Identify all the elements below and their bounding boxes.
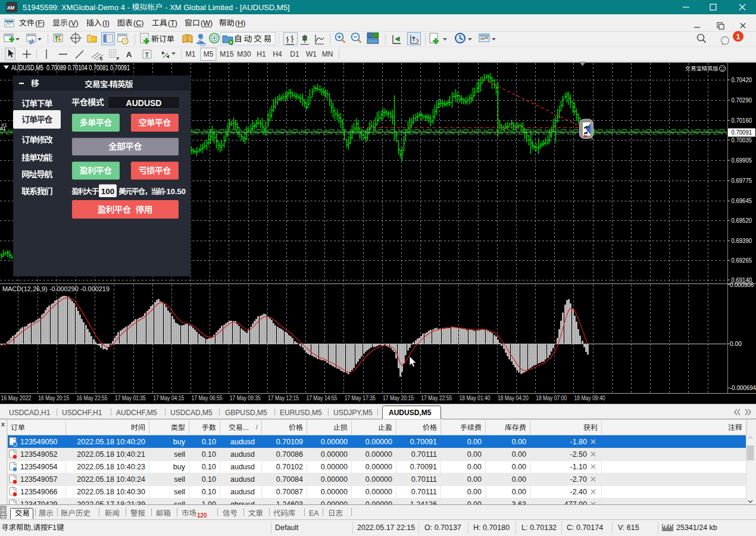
svg-text:0.69265: 0.69265 <box>732 257 752 264</box>
svg-text:2022.05.18 10:40:24: 2022.05.18 10:40:24 <box>77 475 145 484</box>
svg-text:0.00: 0.00 <box>512 488 526 496</box>
svg-text:-0.000694: -0.000694 <box>730 384 756 391</box>
svg-text:audusd: audusd <box>230 475 255 484</box>
svg-text:audusd: audusd <box>230 450 255 459</box>
svg-text:0.70111: 0.70111 <box>411 475 437 484</box>
svg-text:16 May 20:15: 16 May 20:15 <box>38 394 69 401</box>
svg-text:18 May 09:40: 18 May 09:40 <box>574 394 605 401</box>
svg-text:0.000906: 0.000906 <box>730 281 754 288</box>
svg-text:17 May 12:15: 17 May 12:15 <box>268 394 299 401</box>
svg-text:MACD(12,26,9) -0.000290 -0.000: MACD(12,26,9) -0.000290 -0.000219 <box>2 285 110 292</box>
svg-text:123549054: 123549054 <box>20 463 58 471</box>
svg-text:0.00000: 0.00000 <box>321 450 348 459</box>
svg-text:M30: M30 <box>237 50 251 58</box>
svg-text:(I): (I) <box>102 19 110 27</box>
svg-text:0.00000: 0.00000 <box>365 475 392 484</box>
svg-text:2022.05.18 10:40:20: 2022.05.18 10:40:20 <box>77 438 145 446</box>
svg-text:M1: M1 <box>186 50 196 58</box>
svg-text:0.00: 0.00 <box>512 450 526 459</box>
svg-text:MN: MN <box>322 50 333 58</box>
svg-text:2022.05.18 10:40:30: 2022.05.18 10:40:30 <box>77 488 145 496</box>
svg-text:0.70084: 0.70084 <box>276 475 303 484</box>
svg-text:123549057: 123549057 <box>20 475 58 484</box>
svg-text:...: ... <box>243 423 249 432</box>
svg-text:0.70109: 0.70109 <box>276 438 303 446</box>
svg-text:18 May 01:40: 18 May 01:40 <box>460 394 491 401</box>
svg-text:0.70087: 0.70087 <box>276 488 303 496</box>
svg-text:0.00000: 0.00000 <box>365 438 392 446</box>
svg-text:EA: EA <box>309 509 319 518</box>
svg-text:0.00: 0.00 <box>467 438 482 446</box>
svg-text:0.70091: 0.70091 <box>732 129 752 136</box>
svg-text:0.00: 0.00 <box>512 463 526 471</box>
svg-text:2022.05.18 10:40:21: 2022.05.18 10:40:21 <box>77 450 145 459</box>
svg-text:EURUSD,M5: EURUSD,M5 <box>280 409 322 417</box>
svg-text:audusd: audusd <box>230 463 255 471</box>
svg-text:18 May 07:00: 18 May 07:00 <box>536 394 567 401</box>
svg-text:0.10: 0.10 <box>202 463 216 471</box>
svg-text:audusd: audusd <box>230 488 255 496</box>
svg-text:AUDCHF,M5: AUDCHF,M5 <box>116 409 157 417</box>
svg-text:sell: sell <box>174 450 185 459</box>
svg-text:0.00: 0.00 <box>730 340 742 347</box>
svg-text:#1: #1 <box>1 122 7 128</box>
svg-text:x: x <box>1 420 5 428</box>
svg-text:(V): (V) <box>68 19 79 27</box>
svg-text:A: A <box>126 50 132 59</box>
svg-text:0.00000: 0.00000 <box>365 463 392 471</box>
svg-text:audusd: audusd <box>230 438 255 446</box>
svg-text:0.00000: 0.00000 <box>365 488 392 496</box>
svg-text:D1: D1 <box>290 50 299 58</box>
svg-text:sell: sell <box>174 488 185 496</box>
svg-text:0.70160: 0.70160 <box>732 117 752 124</box>
svg-text:0.00: 0.00 <box>467 488 482 496</box>
svg-text:17 May 04:15: 17 May 04:15 <box>153 394 184 401</box>
svg-text:0.70091: 0.70091 <box>410 463 437 471</box>
svg-text:0.70086: 0.70086 <box>276 450 303 459</box>
svg-text:H: 0.70180: H: 0.70180 <box>473 523 510 532</box>
svg-text:(F): (F) <box>35 19 45 27</box>
svg-text:0.00: 0.00 <box>467 475 482 484</box>
svg-text:0.10: 0.10 <box>202 438 216 446</box>
svg-text:2022.05.18 10:40:23: 2022.05.18 10:40:23 <box>77 463 145 471</box>
svg-text:buy: buy <box>173 438 186 446</box>
svg-text:17 May 17:35: 17 May 17:35 <box>345 394 376 401</box>
svg-text:0.00000: 0.00000 <box>321 475 348 484</box>
svg-text:25341/24 kb: 25341/24 kb <box>676 523 717 532</box>
svg-text:AUDUSD,M5: AUDUSD,M5 <box>389 409 432 417</box>
svg-text:0.69390: 0.69390 <box>732 237 752 244</box>
svg-text:0.00000: 0.00000 <box>321 438 348 446</box>
svg-text:0.70102: 0.70102 <box>276 463 303 471</box>
svg-text:123549066: 123549066 <box>20 488 58 496</box>
svg-text:-10.50: -10.50 <box>164 187 186 196</box>
svg-text:0.00000: 0.00000 <box>321 463 348 471</box>
svg-text:0.00: 0.00 <box>512 438 526 446</box>
svg-text:16 May 2022: 16 May 2022 <box>1 394 32 401</box>
svg-text:-1.10: -1.10 <box>570 463 588 471</box>
svg-text:L: 0.70132: L: 0.70132 <box>521 523 557 532</box>
svg-text:M5: M5 <box>204 50 214 58</box>
svg-text:0.70111: 0.70111 <box>411 488 437 496</box>
svg-text:- XM Global Limited - [AUDUSD,: - XM Global Limited - [AUDUSD,M5] <box>163 3 290 12</box>
svg-text:0.00: 0.00 <box>512 475 526 484</box>
svg-text:-2.50: -2.50 <box>570 450 588 459</box>
svg-text:,: , <box>31 523 33 532</box>
svg-text:17 May 01:35: 17 May 01:35 <box>115 394 146 401</box>
svg-text:Default: Default <box>275 523 299 532</box>
svg-text:(T): (T) <box>168 19 177 27</box>
svg-text:AUDUSD,M5 0.70089 0.70104 0.7: AUDUSD,M5 0.70089 0.70104 0.70081 0.7009… <box>11 64 130 72</box>
svg-text:1: 1 <box>736 33 741 41</box>
svg-text:(W): (W) <box>201 19 213 27</box>
svg-text:100: 100 <box>101 187 115 196</box>
svg-text:0.70035: 0.70035 <box>732 136 752 144</box>
svg-text:T: T <box>145 51 149 58</box>
svg-text:17 May 06:55: 17 May 06:55 <box>192 394 223 401</box>
svg-text:0.00000: 0.00000 <box>365 450 392 459</box>
svg-text:0.10: 0.10 <box>202 475 216 484</box>
svg-text:0.69520: 0.69520 <box>732 217 752 224</box>
svg-text:GBPUSD,M5: GBPUSD,M5 <box>225 409 267 417</box>
svg-text:18 May 04:20: 18 May 04:20 <box>498 394 529 401</box>
svg-text:17 May 20:15: 17 May 20:15 <box>383 394 414 401</box>
svg-text:0.69645: 0.69645 <box>732 197 752 204</box>
svg-text:O: 0.70137: O: 0.70137 <box>424 523 461 532</box>
